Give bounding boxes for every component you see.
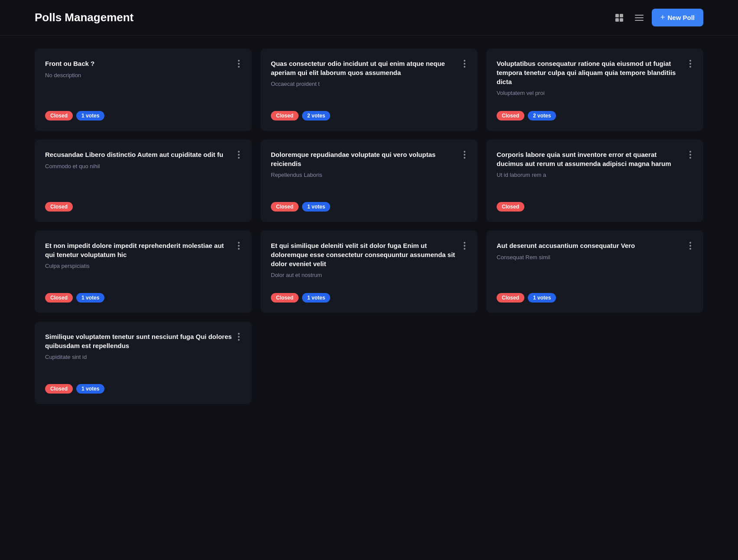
poll-card: Doloremque repudiandae voluptate qui ver…	[260, 140, 478, 222]
poll-card: Front ou Back ? No description Closed 1 …	[35, 49, 252, 131]
poll-card-bottom: Closed 2 votes	[497, 111, 693, 120]
more-dot	[238, 339, 240, 341]
poll-card: Et non impedit dolore impedit reprehende…	[35, 231, 252, 313]
poll-card: Quas consectetur odio incidunt ut qui en…	[260, 49, 478, 131]
poll-more-button[interactable]	[462, 150, 467, 160]
page-title: Polls Management	[35, 11, 133, 24]
poll-more-button[interactable]	[688, 150, 693, 160]
votes-badge: 2 votes	[302, 111, 330, 120]
votes-badge: 1 votes	[528, 293, 556, 303]
poll-description: Culpa perspiciatis	[45, 263, 241, 269]
more-dot	[464, 60, 465, 62]
status-badge: Closed	[497, 202, 524, 212]
poll-card-top: Voluptatibus consequatur ratione quia ei…	[497, 59, 693, 86]
poll-more-button[interactable]	[236, 241, 241, 251]
more-dot	[464, 245, 465, 247]
status-badge: Closed	[497, 111, 524, 120]
poll-more-button[interactable]	[462, 59, 467, 68]
poll-more-button[interactable]	[688, 241, 693, 251]
status-badge: Closed	[45, 111, 73, 120]
poll-title: Et non impedit dolore impedit reprehende…	[45, 241, 236, 259]
poll-card: Similique voluptatem tenetur sunt nesciu…	[35, 322, 252, 404]
grid-view-button[interactable]	[612, 10, 627, 25]
poll-card-bottom: Closed 1 votes	[271, 202, 467, 212]
new-poll-label: New Poll	[667, 14, 695, 21]
poll-card-top: Front ou Back ?	[45, 59, 241, 68]
poll-card-bottom: Closed 1 votes	[45, 384, 241, 394]
svg-rect-1	[620, 14, 623, 17]
svg-rect-3	[620, 18, 623, 22]
poll-more-button[interactable]	[688, 59, 693, 68]
poll-description: Cupiditate sint id	[45, 354, 241, 360]
more-dot	[238, 154, 240, 156]
more-dot	[238, 336, 240, 338]
more-dot	[464, 242, 465, 244]
poll-card-bottom: Closed 1 votes	[45, 111, 241, 120]
new-poll-button[interactable]: + New Poll	[652, 9, 703, 26]
poll-card-bottom: Closed 1 votes	[497, 293, 693, 303]
list-icon	[634, 13, 644, 23]
poll-description: Ut id laborum rem a	[497, 172, 693, 178]
status-badge: Closed	[497, 293, 524, 303]
poll-card: Voluptatibus consequatur ratione quia ei…	[486, 49, 703, 131]
more-dot	[238, 63, 240, 65]
more-dot	[238, 66, 240, 68]
header-actions: + New Poll	[612, 9, 703, 26]
more-dot	[464, 151, 465, 153]
poll-title: Corporis labore quia sunt inventore erro…	[497, 150, 688, 168]
votes-badge: 1 votes	[76, 384, 104, 394]
page-header: Polls Management + New Poll	[0, 0, 738, 36]
poll-card: Et qui similique deleniti velit sit dolo…	[260, 231, 478, 313]
polls-grid: Front ou Back ? No description Closed 1 …	[35, 49, 703, 404]
poll-title: Front ou Back ?	[45, 59, 236, 68]
poll-description: Voluptatem vel proi	[497, 90, 693, 96]
more-dot	[464, 66, 465, 68]
poll-card-bottom: Closed	[45, 202, 241, 212]
poll-more-button[interactable]	[236, 59, 241, 68]
poll-title: Similique voluptatem tenetur sunt nesciu…	[45, 332, 236, 350]
poll-description: Dolor aut et nostrum	[271, 272, 467, 278]
votes-badge: 1 votes	[76, 111, 104, 120]
more-dot	[238, 333, 240, 335]
more-dot	[689, 60, 691, 62]
poll-title: Et qui similique deleniti velit sit dolo…	[271, 241, 462, 268]
poll-card-bottom: Closed 1 votes	[45, 293, 241, 303]
poll-title: Doloremque repudiandae voluptate qui ver…	[271, 150, 462, 168]
status-badge: Closed	[271, 202, 299, 212]
more-dot	[238, 242, 240, 244]
more-dot	[689, 242, 691, 244]
poll-card-bottom: Closed 1 votes	[271, 293, 467, 303]
poll-card-top: Similique voluptatem tenetur sunt nesciu…	[45, 332, 241, 350]
poll-title: Voluptatibus consequatur ratione quia ei…	[497, 59, 688, 86]
svg-rect-0	[615, 14, 619, 17]
poll-more-button[interactable]	[236, 150, 241, 160]
poll-card-bottom: Closed 2 votes	[271, 111, 467, 120]
more-dot	[689, 63, 691, 65]
more-dot	[238, 248, 240, 250]
list-view-button[interactable]	[632, 10, 647, 25]
poll-card-top: Aut deserunt accusantium consequatur Ver…	[497, 241, 693, 251]
poll-card-top: Quas consectetur odio incidunt ut qui en…	[271, 59, 467, 77]
poll-card: Aut deserunt accusantium consequatur Ver…	[486, 231, 703, 313]
more-dot	[689, 248, 691, 250]
poll-more-button[interactable]	[236, 332, 241, 342]
more-dot	[238, 245, 240, 247]
poll-card: Recusandae Libero distinctio Autem aut c…	[35, 140, 252, 222]
poll-more-button[interactable]	[462, 241, 467, 251]
poll-description: No description	[45, 72, 241, 78]
poll-description: Repellendus Laboris	[271, 172, 467, 178]
poll-card-top: Et qui similique deleniti velit sit dolo…	[271, 241, 467, 268]
poll-card: Corporis labore quia sunt inventore erro…	[486, 140, 703, 222]
poll-title: Aut deserunt accusantium consequatur Ver…	[497, 241, 688, 250]
poll-title: Recusandae Libero distinctio Autem aut c…	[45, 150, 236, 159]
plus-icon: +	[660, 13, 665, 22]
votes-badge: 2 votes	[528, 111, 556, 120]
svg-rect-2	[615, 18, 619, 22]
more-dot	[689, 154, 691, 156]
status-badge: Closed	[45, 202, 73, 212]
poll-description: Consequat Rem simil	[497, 254, 693, 260]
more-dot	[238, 157, 240, 159]
status-badge: Closed	[271, 293, 299, 303]
votes-badge: 1 votes	[302, 202, 330, 212]
more-dot	[689, 66, 691, 68]
